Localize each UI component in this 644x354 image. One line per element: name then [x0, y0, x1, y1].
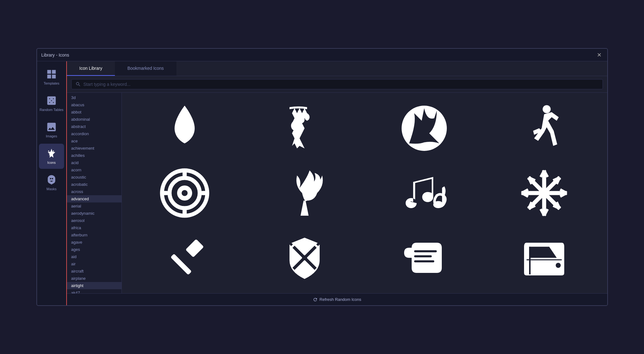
icon-fish[interactable]	[245, 96, 365, 161]
dice-icon	[46, 95, 57, 106]
svg-rect-18	[414, 255, 432, 257]
icons-icon	[46, 148, 57, 159]
keyword-airplane[interactable]: airplane	[67, 275, 122, 282]
svg-line-15	[287, 240, 292, 245]
main-window: Library - Icons ✕ Templates Random Table…	[36, 48, 608, 306]
svg-point-8	[433, 201, 443, 208]
sidebar-item-icons[interactable]: Icons	[39, 144, 64, 169]
main-layout: Templates Random Tables Images	[37, 61, 607, 305]
icon-wolf[interactable]	[365, 96, 484, 161]
svg-point-21	[556, 263, 561, 268]
keyword-aerosol[interactable]: aerosol	[67, 217, 122, 224]
keyword-aid[interactable]: aid	[67, 253, 122, 260]
keyword-list[interactable]: 3d abacus abbot abdominal abstract accor…	[67, 93, 122, 293]
icon-music[interactable]	[365, 161, 484, 225]
svg-rect-19	[414, 260, 434, 262]
icon-torch[interactable]	[245, 161, 365, 225]
icon-scroll[interactable]	[365, 225, 484, 290]
svg-rect-11	[170, 254, 192, 275]
keyword-aerodynamic[interactable]: aerodynamic	[67, 210, 122, 217]
sidebar-item-random-tables[interactable]: Random Tables	[39, 91, 64, 116]
search-bar	[67, 76, 607, 93]
keyword-across[interactable]: across	[67, 188, 122, 195]
svg-rect-7	[200, 191, 207, 195]
svg-point-14	[302, 255, 307, 260]
keyword-aircraft[interactable]: aircraft	[67, 268, 122, 275]
keyword-agave[interactable]: agave	[67, 239, 122, 246]
keyword-africa[interactable]: africa	[67, 224, 122, 231]
svg-rect-4	[183, 170, 187, 178]
keyword-achievement[interactable]: achievement	[67, 145, 122, 152]
keyword-airtight[interactable]: airtight	[67, 282, 122, 289]
keyword-acrobatic[interactable]: acrobatic	[67, 181, 122, 188]
svg-rect-10	[186, 239, 204, 257]
tabs-bar: Icon Library Bookmarked Icons	[67, 61, 607, 76]
svg-rect-17	[414, 250, 437, 252]
keyword-abdominal[interactable]: abdominal	[67, 116, 122, 123]
icon-walk[interactable]	[484, 96, 604, 161]
refresh-random-icons-button[interactable]: Refresh Random Icons	[313, 297, 361, 302]
titlebar: Library - Icons ✕	[37, 49, 607, 61]
svg-rect-5	[183, 208, 187, 216]
keyword-acorn[interactable]: acorn	[67, 166, 122, 174]
icons-grid	[122, 93, 607, 293]
sidebar-item-templates[interactable]: Templates	[39, 64, 64, 90]
images-icon	[46, 121, 57, 133]
icon-snowflake[interactable]	[484, 161, 604, 225]
masks-icon	[46, 174, 57, 185]
icon-shield-swords[interactable]	[245, 225, 365, 290]
keyword-afterburn[interactable]: afterburn	[67, 231, 122, 239]
icon-hammer[interactable]	[125, 225, 245, 290]
random-tables-label: Random Tables	[40, 108, 63, 112]
images-label: Images	[46, 134, 57, 138]
svg-rect-6	[162, 191, 170, 195]
keyword-abstract[interactable]: abstract	[67, 123, 122, 130]
keyword-ak47[interactable]: ak47	[67, 289, 122, 293]
body-split: 3d abacus abbot abdominal abstract accor…	[67, 93, 607, 293]
svg-point-3	[182, 190, 188, 196]
keyword-accordion[interactable]: accordion	[67, 130, 122, 137]
keyword-ages[interactable]: ages	[67, 246, 122, 253]
search-icon	[75, 81, 81, 87]
masks-label: Masks	[46, 187, 57, 191]
keyword-acoustic[interactable]: acoustic	[67, 174, 122, 181]
refresh-icon	[313, 297, 318, 302]
icon-car-door[interactable]	[484, 225, 604, 290]
keyword-3d[interactable]: 3d	[67, 94, 122, 101]
templates-icon	[46, 69, 57, 80]
content-area: Icon Library Bookmarked Icons	[67, 61, 607, 305]
keyword-abacus[interactable]: abacus	[67, 101, 122, 108]
svg-rect-20	[527, 259, 562, 260]
sidebar-item-masks[interactable]: Masks	[39, 170, 64, 195]
icons-label: Icons	[47, 161, 56, 165]
svg-line-16	[317, 240, 322, 245]
sidebar-item-images[interactable]: Images	[39, 117, 64, 142]
svg-point-1	[543, 105, 551, 113]
svg-rect-22	[529, 247, 531, 274]
svg-point-9	[540, 189, 548, 197]
icon-flame[interactable]	[125, 96, 245, 161]
refresh-label: Refresh Random Icons	[320, 297, 361, 302]
close-button[interactable]: ✕	[596, 52, 603, 58]
keyword-advanced[interactable]: advanced	[67, 195, 122, 202]
templates-label: Templates	[44, 81, 59, 86]
bottom-bar: Refresh Random Icons	[67, 293, 607, 305]
sidebar: Templates Random Tables Images	[37, 61, 67, 305]
window-title: Library - Icons	[41, 53, 69, 58]
keyword-abbot[interactable]: abbot	[67, 108, 122, 116]
tab-icon-library[interactable]: Icon Library	[67, 61, 115, 76]
keyword-air[interactable]: air	[67, 260, 122, 268]
keyword-aerial[interactable]: aerial	[67, 202, 122, 210]
keyword-acid[interactable]: acid	[67, 159, 122, 166]
search-input[interactable]	[84, 82, 599, 87]
tab-bookmarked-icons[interactable]: Bookmarked Icons	[115, 61, 176, 76]
search-input-wrap	[71, 79, 603, 89]
keyword-ace[interactable]: ace	[67, 137, 122, 145]
icon-target[interactable]	[125, 161, 245, 225]
keyword-achilles[interactable]: achilles	[67, 152, 122, 159]
